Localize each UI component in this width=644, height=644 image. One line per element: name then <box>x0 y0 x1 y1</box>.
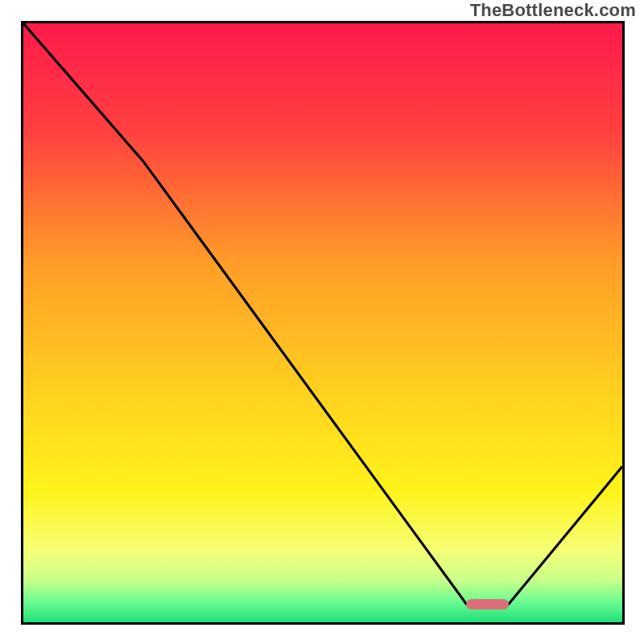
attribution-watermark: TheBottleneck.com <box>470 0 636 21</box>
optimal-marker <box>467 600 509 609</box>
plot-area <box>21 21 625 625</box>
gradient-background <box>23 23 622 622</box>
chart-container: TheBottleneck.com <box>0 0 644 644</box>
chart-svg <box>23 23 622 622</box>
